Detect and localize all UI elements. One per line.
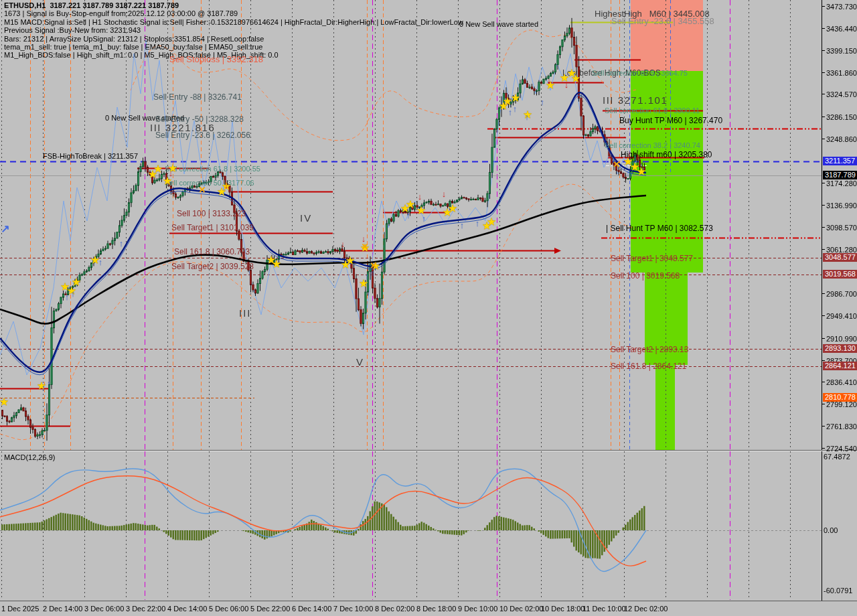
time-axis-label: 10 Dec 18:00	[541, 605, 585, 613]
price-tick-label: 2986.700	[826, 290, 857, 298]
macd-title: MACD(12,26,9)	[4, 453, 55, 461]
price-tick-label: 3436.440	[826, 25, 857, 33]
macd-axis-label: -60.0791	[824, 587, 852, 595]
chart-info-header: ETHUSD,H1 3187.221 3187.789 3187.221 318…	[4, 1, 463, 60]
price-tick-label: 2836.410	[826, 378, 857, 386]
time-axis-label: 9 Dec 10:00	[458, 605, 497, 613]
time-axis-label: 4 Dec 14:00	[167, 605, 207, 613]
header-line: M1_High_BOS:false | High_shift_m1: 0.0 |…	[4, 51, 463, 59]
header-line: Bars: 21312 | ArraySize UpSignal: 21312 …	[4, 35, 463, 43]
price-tick-label: 2799.120	[826, 400, 857, 408]
time-axis-label: 3 Dec 22:00	[126, 605, 165, 613]
mt4-chart-window: ETHUSD,H1 3187.221 3187.789 3187.221 318…	[0, 0, 857, 616]
price-tag-label: 3048.577	[823, 253, 857, 262]
price-tick-label: 2724.540	[826, 445, 857, 453]
time-axis-label: 3 Dec 06:00	[84, 605, 124, 613]
time-axis-label: 11 Dec 10:00	[582, 605, 626, 613]
price-tick-label: 3361.860	[826, 69, 857, 77]
price-axis-separator	[822, 0, 822, 601]
price-tag-label: 3211.357	[823, 157, 857, 165]
time-axis-label: 10 Dec 02:00	[499, 605, 543, 613]
header-line: 1673 | Signal is Buy-Stop-engulf from:20…	[4, 9, 463, 17]
time-axis-label: 1 Dec 2025	[1, 605, 39, 613]
time-axis-label: 6 Dec 14:00	[292, 605, 331, 613]
price-tick-label: 3324.570	[826, 90, 857, 98]
price-tick-label: 3061.280	[826, 246, 857, 254]
price-tick-label: 2910.990	[826, 335, 857, 343]
macd-axis-label: 0.00	[824, 526, 838, 534]
price-tick-label: 3473.730	[826, 3, 857, 11]
header-line: M15 MACD Signal is:Sell | H1 Stochastic …	[4, 18, 463, 26]
header-line: ETHUSD,H1 3187.221 3187.789 3187.221 318…	[4, 1, 463, 9]
price-tick-label: 3098.570	[826, 224, 857, 232]
header-line: Previous Signal :Buy-New from: 3231.943	[4, 26, 463, 34]
price-tick-label: 3136.990	[826, 202, 857, 210]
macd-indicator-canvas[interactable]	[0, 451, 822, 600]
time-axis-label: 8 Dec 18:00	[416, 605, 456, 613]
time-axis-label: 2 Dec 14:00	[43, 605, 82, 613]
price-tag-label: 3187.789	[823, 171, 857, 179]
time-axis-separator	[0, 601, 857, 601]
time-axis-label: 8 Dec 02:00	[375, 605, 414, 613]
price-tick-label: 3248.860	[826, 135, 857, 143]
price-tick-label: 3399.150	[826, 47, 857, 55]
macd-axis-label: 67.4872	[824, 453, 850, 461]
time-axis-label: 5 Dec 06:00	[209, 605, 248, 613]
price-tick-label: 2761.830	[826, 422, 857, 431]
time-axis-label: 5 Dec 22:00	[250, 605, 290, 613]
price-tick-label: 2949.410	[826, 312, 857, 320]
price-chart-canvas[interactable]	[0, 0, 822, 450]
price-tick-label: 2873.700	[826, 357, 857, 365]
price-tag-label: 3019.568	[823, 270, 857, 279]
time-axis-label: 12 Dec 02:00	[624, 605, 668, 613]
price-tick-label: 3174.280	[826, 179, 857, 187]
pane-divider-highlight	[0, 451, 857, 451]
time-axis-label: 7 Dec 10:00	[333, 605, 373, 613]
price-tag-label: 2893.130	[823, 344, 857, 353]
price-tick-label: 3286.150	[826, 113, 857, 121]
header-line: tema_m1_sell: true | tema_m1_buy: false …	[4, 43, 463, 51]
price-tag-label: 2810.778	[823, 393, 857, 402]
price-tag-label: 2864.121	[823, 362, 857, 370]
